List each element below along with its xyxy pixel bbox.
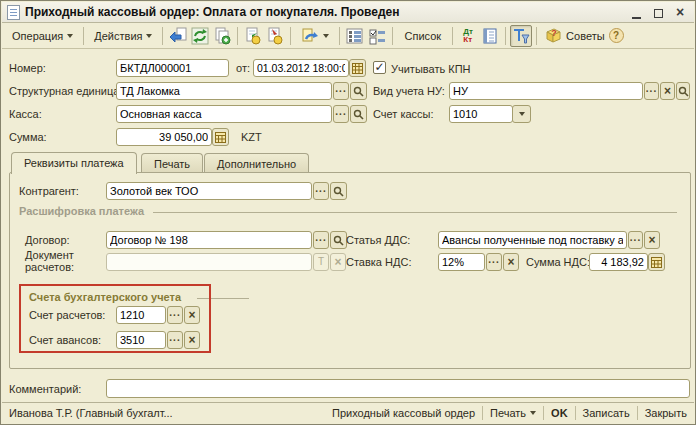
nu-kind-select-button[interactable]: ...	[644, 82, 659, 100]
cashflow-item-clear-button[interactable]: ×	[644, 231, 660, 249]
date-input[interactable]	[253, 59, 349, 77]
counterparty-input[interactable]	[106, 182, 312, 200]
nu-kind-clear-button[interactable]: ×	[660, 82, 675, 100]
vat-rate-input[interactable]	[438, 253, 485, 271]
document-journal-button[interactable]	[479, 25, 501, 47]
structure-rows-button[interactable]	[344, 25, 366, 47]
minimize-button[interactable]	[629, 6, 643, 19]
advice-button[interactable]: ? Советы	[541, 25, 608, 46]
settlement-doc-clear-button[interactable]: ×	[330, 253, 346, 271]
amount-label: Сумма:	[9, 128, 47, 146]
cash-desk-label: Касса:	[9, 105, 42, 123]
structural-unit-select-button[interactable]: ...	[333, 82, 349, 100]
kpn-checkbox[interactable]: ✓	[373, 61, 386, 74]
counterparty-search-button[interactable]	[330, 182, 347, 200]
svg-text:?: ?	[551, 28, 557, 38]
create-based-on-button[interactable]	[295, 24, 335, 48]
write-document-button[interactable]	[167, 25, 189, 47]
window-title: Приходный кассовый ордер: Оплата от поку…	[25, 5, 629, 19]
help-icon[interactable]: ?	[609, 28, 624, 43]
cash-desk-select-button[interactable]: ...	[333, 105, 349, 123]
tab-print[interactable]: Печать	[141, 153, 203, 174]
list-button[interactable]: Список	[397, 27, 448, 45]
cash-account-label: Счет кассы:	[373, 105, 434, 123]
document-window: Приходный кассовый ордер: Оплата от поку…	[0, 0, 696, 425]
structural-unit-search-button[interactable]	[350, 82, 367, 100]
vat-rate-clear-button[interactable]: ×	[503, 253, 519, 271]
contract-search-button[interactable]	[330, 231, 347, 249]
dt-kt-icon: Дт Кт	[463, 28, 473, 44]
close-button[interactable]: ×	[673, 6, 687, 19]
settlement-account-clear-button[interactable]: ×	[184, 306, 200, 324]
dt-kt-postings-button[interactable]: Дт Кт	[457, 25, 479, 47]
close-form-button[interactable]: Закрыть	[645, 407, 687, 419]
nu-kind-search-button[interactable]	[676, 82, 690, 100]
toolbar-separator	[83, 27, 84, 45]
date-calendar-button[interactable]	[349, 59, 366, 77]
settlement-account-select-button[interactable]: ...	[167, 306, 183, 324]
counterparty-select-button[interactable]: ...	[313, 182, 329, 200]
vat-rate-select-button[interactable]: ...	[486, 253, 502, 271]
accounting-accounts-section-title: Счета бухгалтерского учета	[29, 291, 181, 303]
create-based-on-icon	[301, 27, 319, 45]
settlement-doc-label: Документ расчетов:	[25, 249, 103, 273]
toolbar-separator	[162, 27, 163, 45]
print-button[interactable]: Печать	[490, 407, 536, 419]
title-bar: Приходный кассовый ордер: Оплата от поку…	[2, 2, 694, 23]
advice-book-icon: ?	[545, 27, 562, 44]
chevron-down-icon	[146, 34, 152, 38]
nu-kind-input[interactable]	[449, 82, 643, 100]
account-correspondence-button[interactable]	[510, 25, 532, 47]
maximize-icon	[654, 9, 663, 18]
refresh-button[interactable]	[189, 25, 211, 47]
toolbar-separator	[339, 27, 340, 45]
save-button[interactable]: Записать	[583, 407, 630, 419]
amount-input[interactable]	[116, 128, 212, 146]
date-prefix-label: от:	[236, 59, 250, 77]
current-user-label: Иванова Т.Р. (Главный бухгалт...	[9, 407, 332, 419]
operation-menu-button[interactable]: Операция	[6, 27, 79, 45]
statusbar-separator	[543, 406, 544, 420]
chevron-down-icon	[323, 34, 329, 38]
settlement-doc-input[interactable]	[106, 253, 312, 271]
structural-unit-input[interactable]	[116, 82, 332, 100]
refresh-icon	[191, 27, 209, 45]
vat-amount-calculator-button[interactable]	[648, 253, 665, 271]
settlement-account-label: Счет расчетов:	[29, 306, 105, 324]
nu-kind-label: Вид учета НУ:	[373, 82, 445, 100]
contract-input[interactable]	[106, 231, 312, 249]
advance-account-select-button[interactable]: ...	[167, 331, 183, 349]
cashflow-item-input[interactable]	[438, 231, 627, 249]
cash-account-dropdown-button[interactable]	[512, 105, 531, 123]
maximize-button[interactable]	[651, 6, 665, 19]
chevron-down-icon	[530, 411, 536, 415]
currency-label: KZT	[241, 128, 262, 146]
document-journal-icon	[481, 27, 499, 45]
unpost-document-button[interactable]	[264, 25, 286, 47]
tab-additional[interactable]: Дополнительно	[204, 153, 309, 174]
advice-label: Советы	[566, 30, 604, 42]
vat-amount-input[interactable]	[589, 253, 648, 271]
cash-desk-search-button[interactable]	[350, 105, 367, 123]
contract-label: Договор:	[25, 231, 70, 249]
settlement-doc-type-button[interactable]: T	[313, 253, 329, 271]
contract-select-button[interactable]: ...	[313, 231, 329, 249]
cash-account-input[interactable]	[449, 105, 513, 123]
advance-account-clear-button[interactable]: ×	[184, 331, 200, 349]
search-icon	[333, 186, 344, 197]
statusbar-separator	[482, 406, 483, 420]
cash-desk-input[interactable]	[116, 105, 332, 123]
number-input[interactable]	[116, 59, 229, 77]
comment-input[interactable]	[106, 379, 690, 398]
settings-list-button[interactable]	[366, 25, 388, 47]
ok-button[interactable]: OK	[551, 407, 568, 419]
amount-calculator-button[interactable]	[212, 128, 229, 146]
cashflow-item-select-button[interactable]: ...	[628, 231, 643, 249]
kpn-checkbox-label[interactable]: Учитывать КПН	[391, 60, 471, 78]
tab-payment-details[interactable]: Реквизиты платежа	[11, 152, 137, 174]
post-document-button[interactable]	[242, 25, 264, 47]
actions-menu-button[interactable]: Действия	[88, 27, 158, 45]
copy-button[interactable]	[211, 25, 233, 47]
advance-account-input[interactable]	[116, 331, 166, 349]
settlement-account-input[interactable]	[116, 306, 166, 324]
